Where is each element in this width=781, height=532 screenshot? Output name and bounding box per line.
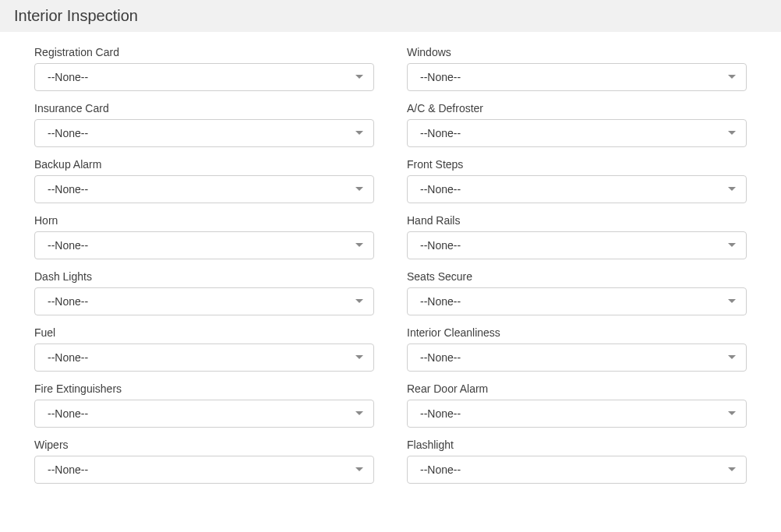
- select-horn[interactable]: --None--: [34, 231, 374, 259]
- label-fire-extinguishers: Fire Extinguishers: [34, 382, 374, 395]
- select-flashlight[interactable]: --None--: [407, 456, 747, 484]
- select-front-steps[interactable]: --None--: [407, 175, 747, 203]
- field-insurance-card: Insurance Card --None--: [34, 102, 374, 147]
- select-value: --None--: [408, 239, 746, 252]
- label-wipers: Wipers: [34, 439, 374, 451]
- select-fuel[interactable]: --None--: [34, 344, 374, 372]
- select-value: --None--: [408, 407, 746, 420]
- select-value: --None--: [408, 463, 746, 476]
- label-dash-lights: Dash Lights: [34, 270, 374, 283]
- select-value: --None--: [408, 71, 746, 83]
- select-value: --None--: [408, 127, 746, 139]
- field-fire-extinguishers: Fire Extinguishers --None--: [34, 382, 374, 428]
- label-registration-card: Registration Card: [34, 46, 374, 58]
- select-backup-alarm[interactable]: --None--: [34, 175, 374, 203]
- select-value: --None--: [35, 71, 373, 83]
- form-body: Registration Card --None-- Windows --Non…: [0, 32, 781, 499]
- label-insurance-card: Insurance Card: [34, 102, 374, 115]
- select-value: --None--: [408, 183, 746, 196]
- label-interior-cleanliness: Interior Cleanliness: [407, 326, 747, 339]
- field-ac-defroster: A/C & Defroster --None--: [407, 102, 747, 147]
- field-seats-secure: Seats Secure --None--: [407, 270, 747, 315]
- select-insurance-card[interactable]: --None--: [34, 119, 374, 147]
- select-rear-door-alarm[interactable]: --None--: [407, 400, 747, 428]
- field-horn: Horn --None--: [34, 214, 374, 259]
- field-wipers: Wipers --None--: [34, 439, 374, 484]
- select-value: --None--: [408, 295, 746, 308]
- field-dash-lights: Dash Lights --None--: [34, 270, 374, 315]
- field-rear-door-alarm: Rear Door Alarm --None--: [407, 382, 747, 428]
- section-title: Interior Inspection: [0, 0, 781, 32]
- field-hand-rails: Hand Rails --None--: [407, 214, 747, 259]
- select-fire-extinguishers[interactable]: --None--: [34, 400, 374, 428]
- field-windows: Windows --None--: [407, 46, 747, 91]
- select-value: --None--: [35, 183, 373, 196]
- select-hand-rails[interactable]: --None--: [407, 231, 747, 259]
- select-interior-cleanliness[interactable]: --None--: [407, 344, 747, 372]
- field-interior-cleanliness: Interior Cleanliness --None--: [407, 326, 747, 372]
- field-registration-card: Registration Card --None--: [34, 46, 374, 91]
- label-front-steps: Front Steps: [407, 158, 747, 171]
- label-flashlight: Flashlight: [407, 439, 747, 451]
- select-value: --None--: [35, 463, 373, 476]
- label-backup-alarm: Backup Alarm: [34, 158, 374, 171]
- select-seats-secure[interactable]: --None--: [407, 287, 747, 315]
- label-fuel: Fuel: [34, 326, 374, 339]
- select-value: --None--: [35, 295, 373, 308]
- label-horn: Horn: [34, 214, 374, 227]
- label-windows: Windows: [407, 46, 747, 58]
- select-dash-lights[interactable]: --None--: [34, 287, 374, 315]
- field-flashlight: Flashlight --None--: [407, 439, 747, 484]
- select-wipers[interactable]: --None--: [34, 456, 374, 484]
- select-value: --None--: [408, 351, 746, 364]
- label-hand-rails: Hand Rails: [407, 214, 747, 227]
- select-value: --None--: [35, 351, 373, 364]
- label-ac-defroster: A/C & Defroster: [407, 102, 747, 115]
- select-value: --None--: [35, 239, 373, 252]
- field-front-steps: Front Steps --None--: [407, 158, 747, 203]
- label-rear-door-alarm: Rear Door Alarm: [407, 382, 747, 395]
- label-seats-secure: Seats Secure: [407, 270, 747, 283]
- select-value: --None--: [35, 407, 373, 420]
- field-fuel: Fuel --None--: [34, 326, 374, 372]
- form-grid: Registration Card --None-- Windows --Non…: [34, 46, 747, 495]
- select-windows[interactable]: --None--: [407, 63, 747, 91]
- field-backup-alarm: Backup Alarm --None--: [34, 158, 374, 203]
- select-ac-defroster[interactable]: --None--: [407, 119, 747, 147]
- select-registration-card[interactable]: --None--: [34, 63, 374, 91]
- select-value: --None--: [35, 127, 373, 139]
